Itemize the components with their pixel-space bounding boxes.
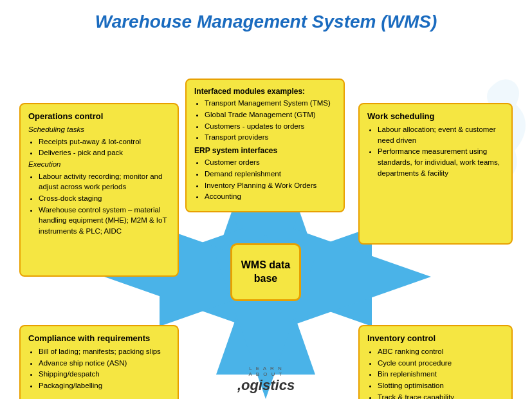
operations-heading: Operations control [28, 111, 170, 123]
inventory-heading: Inventory control [367, 333, 504, 345]
diagram-area: Operations control Scheduling tasks Rece… [0, 39, 532, 399]
work-scheduling-box: Work scheduling Labour allocation; event… [358, 103, 513, 245]
compliance-items: Bill of lading; manifests; packing slips… [28, 346, 170, 391]
list-item: Receipts put-away & lot-control [39, 136, 170, 147]
list-item: Warehouse control system – material hand… [39, 205, 170, 237]
logistics-text: ,ogistics [237, 377, 295, 394]
list-item: Shipping/despatch [39, 369, 170, 380]
list-item: Customer orders [205, 157, 336, 168]
scheduling-subheading: Scheduling tasks [28, 124, 170, 135]
page-title: Warehouse Management System (WMS) [0, 0, 532, 39]
interfaced-modules-box: Interfaced modules examples: Transport M… [185, 79, 345, 212]
list-item: Bin replenishment [378, 369, 504, 380]
execution-subheading: Execution [28, 159, 170, 170]
execution-items: Labour activity recording; monitor and a… [28, 171, 170, 237]
interfaced-items: Transport Management System (TMS) Global… [194, 98, 336, 143]
work-scheduling-items: Labour allocation; event & customer need… [367, 124, 504, 178]
list-item: Bill of lading; manifests; packing slips [39, 346, 170, 357]
list-item: Cycle count procedure [378, 358, 504, 369]
list-item: Inventory Planning & Work Orders [205, 180, 336, 191]
list-item: Labour allocation; event & customer need… [378, 124, 504, 145]
list-item: Performance measurement using standards,… [378, 146, 504, 178]
learn-text: L E A R NA B O U T [237, 366, 295, 377]
inventory-items: ABC ranking control Cycle count procedur… [367, 346, 504, 399]
list-item: Labour activity recording; monitor and a… [39, 171, 170, 192]
erp-items: Customer orders Demand replenishment Inv… [194, 157, 336, 202]
compliance-heading: Compliance with requirements [28, 333, 170, 345]
list-item: ABC ranking control [378, 346, 504, 357]
list-item: Transport Management System (TMS) [205, 98, 336, 109]
list-item: Demand replenishment [205, 169, 336, 180]
list-item: Customers - updates to orders [205, 121, 336, 132]
list-item: Track & trace capability [378, 392, 504, 399]
list-item: Cross-dock staging [39, 193, 170, 204]
logo-area: L E A R NA B O U T ,ogistics [237, 366, 295, 394]
list-item: Transport providers [205, 132, 336, 143]
list-item: Accounting [205, 191, 336, 202]
list-item: Slotting optimisation [378, 380, 504, 391]
work-scheduling-heading: Work scheduling [367, 111, 504, 123]
list-item: Advance ship notice (ASN) [39, 358, 170, 369]
list-item: Global Trade Management (GTM) [205, 109, 336, 120]
operations-control-box: Operations control Scheduling tasks Rece… [19, 103, 179, 277]
compliance-box: Compliance with requirements Bill of lad… [19, 325, 179, 399]
scheduling-items: Receipts put-away & lot-control Deliveri… [28, 136, 170, 158]
wms-center-box: WMS data base [230, 243, 301, 301]
wms-label: WMS data base [241, 259, 290, 286]
list-item: Packaging/labelling [39, 380, 170, 391]
interfaced-heading: Interfaced modules examples: [194, 86, 336, 97]
erp-subheading: ERP system interfaces [194, 145, 336, 156]
inventory-control-box: Inventory control ABC ranking control Cy… [358, 325, 513, 399]
list-item: Deliveries - pick and pack [39, 147, 170, 158]
